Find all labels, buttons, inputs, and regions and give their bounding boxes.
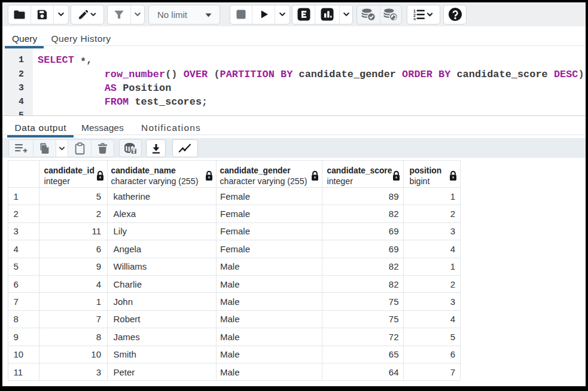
svg-text:3: 3 xyxy=(413,17,416,21)
